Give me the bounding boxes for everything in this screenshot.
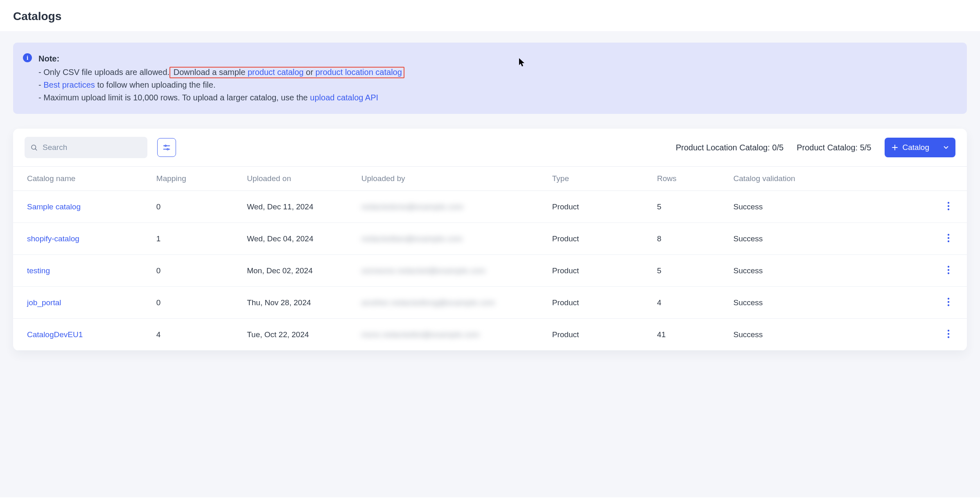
- catalog-name-link[interactable]: CatalogDevEU1: [27, 330, 83, 339]
- cell-uploaded-by: redactedtwo@example.com: [357, 223, 547, 255]
- cell-uploaded-by: redactedone@example.com: [357, 191, 547, 223]
- new-catalog-dropdown[interactable]: [937, 138, 955, 157]
- cell-mapping: 0: [151, 287, 242, 319]
- note-line-1-annot-pre: Download a sample: [171, 68, 248, 77]
- search-wrap: [25, 137, 147, 158]
- product-catalog-count-label: Product Catalog:: [797, 143, 860, 152]
- new-catalog-button-label: Catalog: [903, 143, 930, 152]
- svg-line-1: [35, 149, 37, 150]
- upload-catalog-api-link[interactable]: upload catalog API: [310, 93, 378, 102]
- th-rows: Rows: [652, 167, 728, 191]
- filter-button[interactable]: [157, 138, 176, 157]
- row-actions-button[interactable]: [944, 199, 953, 214]
- chevron-down-icon: [942, 144, 950, 151]
- more-vertical-icon: [947, 265, 950, 274]
- cell-rows: 5: [652, 191, 728, 223]
- table-row: Sample catalog0Wed, Dec 11, 2024redacted…: [13, 191, 967, 223]
- svg-point-5: [167, 149, 168, 150]
- catalog-name-link[interactable]: job_portal: [27, 298, 61, 307]
- cell-rows: 4: [652, 287, 728, 319]
- table-row: job_portal0Thu, Nov 28, 2024another.reda…: [13, 287, 967, 319]
- note-line-2: - Best practices to follow when uploadin…: [38, 79, 404, 91]
- location-catalog-count-label: Product Location Catalog:: [676, 143, 772, 152]
- catalog-name-link[interactable]: testing: [27, 266, 50, 275]
- cell-uploaded-on: Tue, Oct 22, 2024: [242, 319, 357, 351]
- search-input[interactable]: [25, 137, 147, 158]
- svg-point-12: [948, 237, 949, 239]
- cell-uploaded-by: another.redactedlong@example.com: [357, 287, 547, 319]
- note-line-1-prefix: - Only CSV file uploads are allowed.: [38, 68, 169, 77]
- table-row: shopify-catalog1Wed, Dec 04, 2024redacte…: [13, 223, 967, 255]
- new-catalog-button[interactable]: Catalog: [885, 138, 956, 157]
- row-actions-button[interactable]: [944, 327, 953, 342]
- svg-point-14: [948, 266, 949, 268]
- svg-point-22: [948, 336, 949, 338]
- cell-rows: 8: [652, 223, 728, 255]
- cell-uploaded-on: Wed, Dec 04, 2024: [242, 223, 357, 255]
- cell-mapping: 4: [151, 319, 242, 351]
- svg-point-21: [948, 333, 949, 335]
- note-title: Note:: [38, 52, 404, 65]
- best-practices-link[interactable]: Best practices: [43, 80, 95, 89]
- th-validation: Catalog validation: [728, 167, 900, 191]
- product-catalog-count-value: 5/5: [860, 143, 872, 152]
- sliders-icon: [163, 143, 171, 152]
- product-catalog-link[interactable]: product catalog: [248, 68, 304, 77]
- cell-type: Product: [547, 223, 652, 255]
- page-title: Catalogs: [13, 10, 967, 23]
- product-location-catalog-link[interactable]: product location catalog: [316, 68, 402, 77]
- cell-mapping: 0: [151, 191, 242, 223]
- svg-point-9: [948, 205, 949, 207]
- location-catalog-count: Product Location Catalog: 0/5: [676, 143, 784, 152]
- note-line-2-suffix: to follow when uploading the file.: [95, 80, 216, 89]
- cell-uploaded-on: Thu, Nov 28, 2024: [242, 287, 357, 319]
- search-icon: [30, 144, 38, 151]
- catalog-name-link[interactable]: Sample catalog: [27, 202, 81, 211]
- cell-type: Product: [547, 287, 652, 319]
- svg-point-17: [948, 298, 949, 299]
- svg-point-20: [948, 330, 949, 331]
- cell-validation: Success: [728, 191, 900, 223]
- cell-rows: 41: [652, 319, 728, 351]
- cell-type: Product: [547, 319, 652, 351]
- row-actions-button[interactable]: [944, 231, 953, 246]
- svg-point-19: [948, 304, 949, 306]
- note-line-1: - Only CSV file uploads are allowed. Dow…: [38, 66, 404, 79]
- cell-uploaded-on: Wed, Dec 11, 2024: [242, 191, 357, 223]
- row-actions-button[interactable]: [944, 263, 953, 278]
- product-catalog-count: Product Catalog: 5/5: [797, 143, 871, 152]
- cell-validation: Success: [728, 319, 900, 351]
- more-vertical-icon: [947, 202, 950, 211]
- cell-mapping: 0: [151, 255, 242, 287]
- th-name: Catalog name: [13, 167, 151, 191]
- cell-type: Product: [547, 255, 652, 287]
- cell-type: Product: [547, 191, 652, 223]
- svg-point-11: [948, 234, 949, 236]
- svg-point-3: [165, 145, 166, 146]
- svg-point-16: [948, 272, 949, 274]
- location-catalog-count-value: 0/5: [772, 143, 784, 152]
- cell-validation: Success: [728, 255, 900, 287]
- note-line-1-annot-mid: or: [304, 68, 316, 77]
- svg-point-13: [948, 240, 949, 242]
- svg-point-15: [948, 269, 949, 271]
- main-canvas: i Note: - Only CSV file uploads are allo…: [0, 31, 980, 497]
- cell-uploaded-on: Mon, Dec 02, 2024: [242, 255, 357, 287]
- more-vertical-icon: [947, 297, 950, 306]
- svg-point-10: [948, 209, 949, 210]
- cell-validation: Success: [728, 287, 900, 319]
- th-mapping: Mapping: [151, 167, 242, 191]
- info-banner: i Note: - Only CSV file uploads are allo…: [13, 43, 967, 114]
- note-line-3: - Maximum upload limit is 10,000 rows. T…: [38, 91, 404, 104]
- th-uploaded-by: Uploaded by: [357, 167, 547, 191]
- row-actions-button[interactable]: [944, 295, 953, 310]
- cell-rows: 5: [652, 255, 728, 287]
- note-line-3-prefix: - Maximum upload limit is 10,000 rows. T…: [38, 93, 310, 102]
- th-uploaded-on: Uploaded on: [242, 167, 357, 191]
- info-icon: i: [23, 53, 32, 62]
- catalog-name-link[interactable]: shopify-catalog: [27, 234, 79, 243]
- cell-validation: Success: [728, 223, 900, 255]
- table-header-row: Catalog name Mapping Uploaded on Uploade…: [13, 167, 967, 191]
- svg-point-18: [948, 301, 949, 303]
- svg-point-8: [948, 202, 949, 204]
